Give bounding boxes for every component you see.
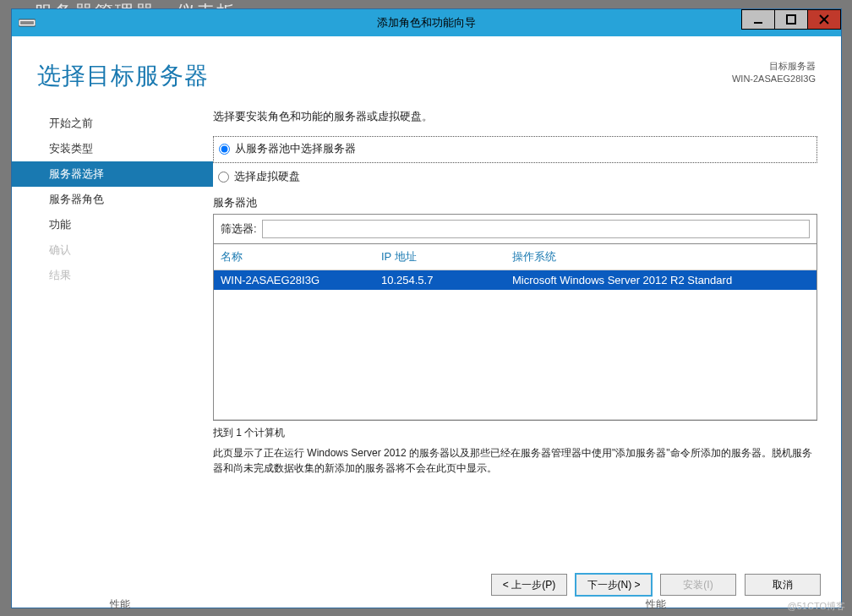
prev-button[interactable]: < 上一步(P) xyxy=(491,574,567,596)
filter-bar: 筛选器: xyxy=(214,215,816,244)
next-button[interactable]: 下一步(N) > xyxy=(576,574,652,596)
maximize-button[interactable] xyxy=(774,9,808,30)
bottom-left: 性能 xyxy=(110,597,130,616)
radio-vhd[interactable]: 选择虚拟硬盘 xyxy=(213,168,817,185)
minimize-button[interactable] xyxy=(741,9,775,30)
note-text: 此页显示了正在运行 Windows Server 2012 的服务器以及那些已经… xyxy=(213,445,817,476)
filter-label: 筛选器: xyxy=(221,221,257,237)
cell-os: Microsoft Windows Server 2012 R2 Standar… xyxy=(512,274,810,286)
bottom-strip: 性能 性能 xyxy=(110,597,852,616)
svg-rect-3 xyxy=(787,15,795,24)
destination-label: 目标服务器 xyxy=(732,60,816,73)
sidebar-item-features[interactable]: 功能 xyxy=(12,212,213,237)
footer-buttons: < 上一步(P) 下一步(N) > 安装(I) 取消 xyxy=(491,574,821,596)
sidebar-item-result: 结果 xyxy=(12,263,213,288)
table-row[interactable]: WIN-2ASAEG28I3G 10.254.5.7 Microsoft Win… xyxy=(214,270,816,290)
table-header: 名称 IP 地址 操作系统 xyxy=(214,244,816,270)
radio-pool-label: 从服务器池中选择服务器 xyxy=(235,141,356,156)
filter-input[interactable] xyxy=(262,220,810,238)
col-os[interactable]: 操作系统 xyxy=(512,249,810,264)
wizard-window: 添加角色和功能向导 选择目标服务器 目标服务器 WIN-2ASAEG28I3G … xyxy=(11,8,842,608)
sidebar: 开始之前 安装类型 服务器选择 服务器角色 功能 确认 结果 xyxy=(12,107,213,476)
radio-vhd-input[interactable] xyxy=(218,172,229,183)
col-name[interactable]: 名称 xyxy=(221,249,381,264)
pool-label: 服务器池 xyxy=(213,195,817,210)
cell-name: WIN-2ASAEG28I3G xyxy=(221,274,381,286)
window-buttons xyxy=(742,9,841,30)
bottom-right: 性能 xyxy=(646,597,666,616)
body-area: 开始之前 安装类型 服务器选择 服务器角色 功能 确认 结果 选择要安装角色和功… xyxy=(12,107,841,476)
sidebar-item-confirm: 确认 xyxy=(12,237,213,263)
window-title: 添加角色和功能向导 xyxy=(12,15,841,30)
page-title: 选择目标服务器 xyxy=(37,60,209,92)
sidebar-item-install-type[interactable]: 安装类型 xyxy=(12,136,213,161)
radio-pool-input[interactable] xyxy=(219,144,230,155)
install-button: 安装(I) xyxy=(660,574,736,596)
title-bar[interactable]: 添加角色和功能向导 xyxy=(12,9,841,36)
col-ip[interactable]: IP 地址 xyxy=(381,249,512,264)
sidebar-item-server-roles[interactable]: 服务器角色 xyxy=(12,187,213,212)
destination-info: 目标服务器 WIN-2ASAEG28I3G xyxy=(732,60,816,86)
content-area: 选择目标服务器 目标服务器 WIN-2ASAEG28I3G 开始之前 安装类型 … xyxy=(12,36,841,608)
destination-server: WIN-2ASAEG28I3G xyxy=(732,73,816,85)
radio-pool[interactable]: 从服务器池中选择服务器 xyxy=(219,140,811,157)
header-area: 选择目标服务器 目标服务器 WIN-2ASAEG28I3G xyxy=(12,36,841,107)
table-body: WIN-2ASAEG28I3G 10.254.5.7 Microsoft Win… xyxy=(214,270,816,420)
radio-vhd-label: 选择虚拟硬盘 xyxy=(234,169,300,184)
close-button[interactable] xyxy=(807,9,841,30)
main-panel: 选择要安装角色和功能的服务器或虚拟硬盘。 从服务器池中选择服务器 选择虚拟硬盘 … xyxy=(213,107,817,476)
instruction-text: 选择要安装角色和功能的服务器或虚拟硬盘。 xyxy=(213,109,817,124)
sidebar-item-server-select[interactable]: 服务器选择 xyxy=(12,161,213,187)
radio-group: 从服务器池中选择服务器 xyxy=(213,136,817,163)
cancel-button[interactable]: 取消 xyxy=(745,574,821,596)
sidebar-item-before[interactable]: 开始之前 xyxy=(12,111,213,136)
found-count: 找到 1 个计算机 xyxy=(213,426,817,440)
server-pool-box: 筛选器: 名称 IP 地址 操作系统 WIN-2ASAEG28I3G 10.25… xyxy=(213,214,817,421)
cell-ip: 10.254.5.7 xyxy=(381,274,512,286)
